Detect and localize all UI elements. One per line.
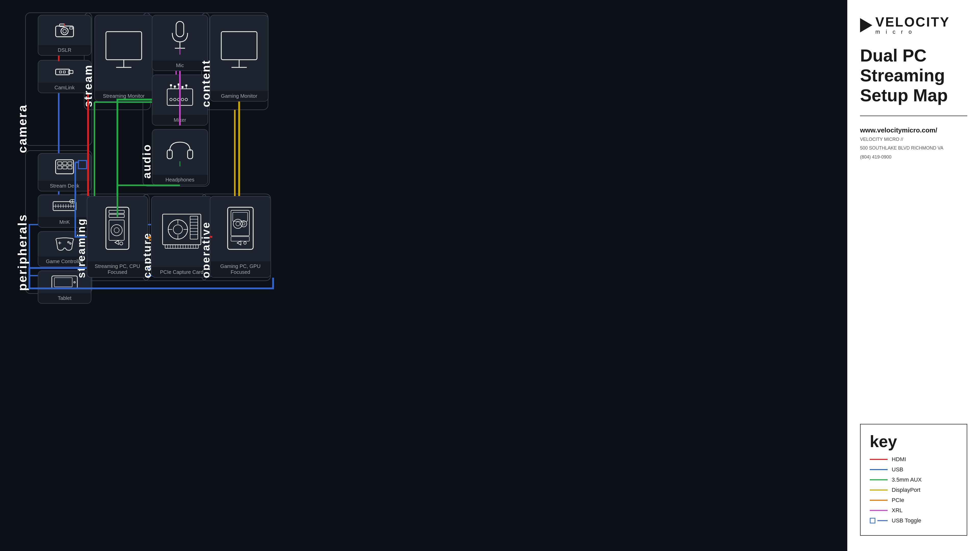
svg-rect-60 bbox=[106, 32, 142, 60]
aux-line-icon bbox=[870, 479, 888, 480]
svg-rect-117 bbox=[190, 216, 198, 239]
hdmi-label: HDMI bbox=[892, 456, 906, 463]
streaming-section-label: streaming bbox=[75, 196, 88, 278]
key-box: key HDMI USB 3.5mm AUX DisplayPort PCIe … bbox=[860, 424, 967, 536]
svg-rect-131 bbox=[231, 237, 249, 241]
svg-rect-39 bbox=[63, 166, 67, 169]
svg-rect-28 bbox=[70, 27, 73, 29]
dp-line-icon bbox=[870, 489, 888, 490]
svg-rect-75 bbox=[181, 86, 183, 88]
svg-point-82 bbox=[185, 98, 188, 101]
svg-point-26 bbox=[63, 29, 66, 33]
diagram-area: camera DSLR CamLink bbox=[0, 0, 847, 551]
svg-rect-73 bbox=[178, 83, 180, 86]
svg-point-59 bbox=[74, 282, 75, 283]
contact-url: www.velocitymicro.com/ bbox=[860, 126, 967, 134]
gaming-monitor-card: Gaming Monitor bbox=[210, 15, 269, 102]
svg-rect-31 bbox=[68, 70, 73, 73]
svg-point-99 bbox=[173, 225, 183, 234]
gaming-pc-label: Gaming PC, GPU Focused bbox=[210, 261, 270, 277]
svg-rect-32 bbox=[59, 71, 62, 73]
svg-rect-37 bbox=[68, 162, 72, 165]
svg-point-94 bbox=[114, 228, 119, 233]
contact-block: www.velocitymicro.com/ VELOCITY MICRO //… bbox=[860, 126, 967, 161]
svg-point-25 bbox=[61, 27, 68, 35]
svg-marker-132 bbox=[237, 241, 241, 245]
key-item-usb: USB bbox=[870, 466, 958, 473]
key-item-hdmi: HDMI bbox=[870, 456, 958, 463]
svg-rect-83 bbox=[167, 150, 172, 159]
xrl-line-icon bbox=[870, 510, 888, 511]
headphones-card: Headphones bbox=[152, 129, 208, 185]
key-title: key bbox=[870, 432, 958, 451]
svg-rect-71 bbox=[174, 86, 176, 88]
logo-area: VELOCITY m i c r o bbox=[860, 15, 967, 35]
hdmi-line-icon bbox=[870, 459, 888, 460]
key-item-pcie: PCIe bbox=[870, 497, 958, 503]
svg-rect-33 bbox=[63, 71, 65, 73]
contact-line1: VELOCITY MICRO // bbox=[860, 136, 967, 143]
xrl-label: XRL bbox=[892, 507, 903, 514]
svg-rect-69 bbox=[170, 84, 172, 86]
key-item-displayport: DisplayPort bbox=[870, 487, 958, 493]
svg-rect-58 bbox=[54, 278, 72, 287]
svg-point-127 bbox=[233, 219, 242, 228]
svg-point-79 bbox=[173, 98, 176, 101]
svg-point-55 bbox=[68, 241, 69, 243]
svg-rect-86 bbox=[221, 32, 257, 60]
key-item-xrl: XRL bbox=[870, 507, 958, 514]
svg-point-80 bbox=[177, 98, 180, 101]
svg-rect-84 bbox=[188, 150, 192, 159]
usb-toggle-icon bbox=[870, 518, 888, 524]
svg-rect-40 bbox=[68, 166, 72, 169]
usb-label: USB bbox=[892, 466, 903, 473]
headphones-label: Headphones bbox=[152, 175, 207, 185]
key-item-aux: 3.5mm AUX bbox=[870, 476, 958, 483]
page-title: Dual PC Streaming Setup Map bbox=[860, 45, 967, 105]
toggle-line-icon bbox=[877, 520, 888, 521]
svg-point-128 bbox=[236, 222, 240, 226]
stream-deck-card: Stream Deck bbox=[38, 153, 91, 191]
pcie-label: PCIe bbox=[892, 497, 904, 503]
pcie-line-icon bbox=[870, 500, 888, 501]
svg-point-78 bbox=[170, 98, 172, 101]
gaming-pc-card: Gaming PC, GPU Focused bbox=[210, 196, 271, 278]
svg-rect-63 bbox=[176, 21, 184, 37]
svg-point-93 bbox=[111, 225, 122, 236]
svg-rect-38 bbox=[58, 166, 62, 169]
svg-point-129 bbox=[241, 221, 247, 227]
svg-rect-67 bbox=[167, 89, 192, 105]
stream-deck-label: Stream Deck bbox=[38, 181, 91, 191]
svg-rect-36 bbox=[63, 162, 67, 165]
svg-point-133 bbox=[244, 242, 246, 244]
tablet-label: Tablet bbox=[38, 293, 91, 303]
usb-line-icon bbox=[870, 469, 888, 470]
audio-section-label: audio bbox=[140, 15, 153, 178]
right-panel: VELOCITY m i c r o Dual PC Streaming Set… bbox=[847, 0, 980, 551]
gaming-monitor-label: Gaming Monitor bbox=[210, 91, 268, 101]
svg-rect-77 bbox=[185, 84, 187, 86]
mixer-label: Mixer bbox=[152, 115, 207, 125]
contact-line3: (804) 419-0900 bbox=[860, 153, 967, 161]
svg-rect-90 bbox=[109, 210, 124, 213]
svg-point-56 bbox=[70, 243, 71, 244]
logo-velocity-text: VELOCITY bbox=[875, 15, 950, 29]
contact-line2: 500 SOUTHLAKE BLVD RICHMOND VA bbox=[860, 145, 967, 152]
logo-arrow-icon bbox=[860, 18, 872, 32]
usb-toggle-indicator bbox=[78, 160, 87, 169]
logo-micro-text: m i c r o bbox=[875, 29, 950, 35]
mic-label: Mic bbox=[152, 61, 207, 70]
usb-toggle-label: USB Toggle bbox=[892, 517, 921, 524]
streaming-pc-label: Streaming PC, CPU Focused bbox=[87, 261, 148, 277]
divider-1 bbox=[860, 116, 967, 116]
dp-label: DisplayPort bbox=[892, 487, 920, 493]
svg-rect-30 bbox=[56, 69, 70, 75]
peripherals-section-label: peripherals bbox=[15, 163, 29, 291]
stream-section-label: stream bbox=[82, 15, 94, 107]
svg-rect-91 bbox=[109, 214, 124, 217]
svg-point-130 bbox=[242, 223, 245, 225]
aux-label: 3.5mm AUX bbox=[892, 476, 921, 483]
camera-section-label: camera bbox=[15, 25, 29, 153]
svg-point-81 bbox=[181, 98, 184, 101]
title-block: Dual PC Streaming Setup Map bbox=[860, 45, 967, 105]
